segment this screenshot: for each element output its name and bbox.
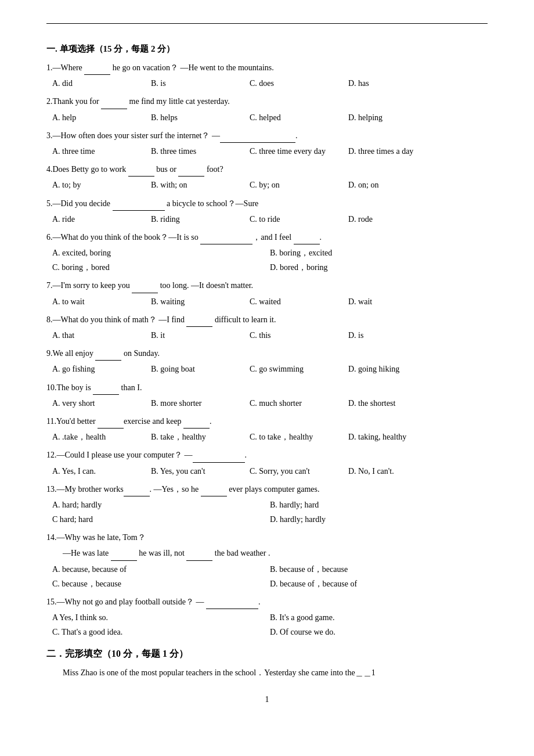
q1-optB: B. is bbox=[151, 76, 232, 91]
q1-options: A. did B. is C. does D. has bbox=[46, 76, 488, 91]
q5-optC: C. to ride bbox=[250, 212, 331, 226]
q3-blank bbox=[220, 134, 295, 143]
q10-optC: C. much shorter bbox=[250, 396, 331, 411]
q2-blank bbox=[101, 100, 127, 109]
q6-blank1 bbox=[200, 235, 252, 244]
q4-text: 4.Does Betty go to work bus or foot? bbox=[46, 162, 488, 177]
q13-optD: D. hardly; hardly bbox=[270, 512, 488, 527]
q7-optC: C. waited bbox=[250, 294, 331, 309]
question-14: 14.—Why was he late, Tom？ —He was late h… bbox=[46, 530, 488, 591]
question-13: 13.—My brother works. —Yes，so he ever pl… bbox=[46, 482, 488, 527]
q5-optD: D. rode bbox=[348, 212, 430, 226]
q8-optA: A. that bbox=[52, 328, 134, 343]
q15-optD: D. Of course we do. bbox=[270, 625, 488, 639]
q7-optB: B. waiting bbox=[151, 294, 232, 309]
question-4: 4.Does Betty go to work bus or foot? A. … bbox=[46, 162, 488, 192]
q4-options: A. to; by B. with; on C. by; on D. on; o… bbox=[46, 178, 488, 192]
q7-text: 7.—I'm sorry to keep you too long. —It d… bbox=[46, 278, 488, 293]
q8-blank bbox=[186, 318, 212, 327]
q4-blank1 bbox=[128, 167, 154, 177]
q13-options: A. hard; hardly B. hardly; hard C hard; … bbox=[46, 498, 488, 527]
q6-text: 6.—What do you think of the book？—It is … bbox=[46, 230, 488, 244]
q7-blank bbox=[132, 284, 158, 293]
q3-optD: D. three times a day bbox=[348, 144, 430, 159]
question-8: 8.—What do you think of math？ —I find di… bbox=[46, 312, 488, 343]
q11-blank2 bbox=[183, 419, 210, 429]
q4-optD: D. on; on bbox=[348, 178, 430, 192]
q4-optC: C. by; on bbox=[250, 178, 331, 192]
q13-optB: B. hardly; hard bbox=[270, 498, 488, 512]
q13-blank2 bbox=[201, 487, 227, 496]
q10-blank bbox=[93, 386, 119, 395]
q4-optB: B. with; on bbox=[151, 178, 232, 192]
question-15: 15.—Why not go and play football outside… bbox=[46, 595, 488, 640]
question-5: 5.—Did you decide a bicycle to school？—S… bbox=[46, 196, 488, 226]
q13-optA: A. hard; hardly bbox=[52, 498, 270, 512]
q9-optA: A. go fishing bbox=[52, 362, 134, 376]
q2-options: A. help B. helps C. helped D. helping bbox=[46, 110, 488, 125]
q6-blank2 bbox=[294, 235, 320, 244]
q11-blank1 bbox=[98, 419, 124, 429]
q5-optB: B. riding bbox=[151, 212, 232, 226]
q2-optC: C. helped bbox=[250, 110, 331, 125]
q3-optA: A. three time bbox=[52, 144, 134, 159]
question-7: 7.—I'm sorry to keep you too long. —It d… bbox=[46, 278, 488, 308]
q14-text: 14.—Why was he late, Tom？ bbox=[46, 530, 488, 545]
q5-optA: A. ride bbox=[52, 212, 134, 226]
q10-text: 10.The boy is than I. bbox=[46, 380, 488, 395]
question-11: 11.You'd better exercise and keep . A. .… bbox=[46, 414, 488, 444]
q14-blank1 bbox=[111, 552, 137, 561]
q1-optC: C. does bbox=[250, 76, 331, 91]
q2-optB: B. helps bbox=[151, 110, 232, 125]
q13-optC: C hard; hard bbox=[52, 512, 270, 527]
q9-blank bbox=[95, 351, 121, 361]
section2-paragraph: Miss Zhao is one of the most popular tea… bbox=[46, 665, 488, 680]
q11-text: 11.You'd better exercise and keep . bbox=[46, 414, 488, 429]
q3-optB: B. three times bbox=[151, 144, 232, 159]
question-12: 12.—Could I please use your computer？ —.… bbox=[46, 448, 488, 478]
q3-text: 3.—How often does your sister surf the i… bbox=[46, 128, 488, 143]
q10-options: A. very short B. more shorter C. much sh… bbox=[46, 396, 488, 411]
q6-optC: C. boring，bored bbox=[52, 260, 270, 275]
q9-text: 9.We all enjoy on Sunday. bbox=[46, 346, 488, 361]
question-3: 3.—How often does your sister surf the i… bbox=[46, 128, 488, 159]
q6-options: A. excited, boring B. boring，excited C. … bbox=[46, 246, 488, 275]
q2-optD: D. helping bbox=[348, 110, 430, 125]
q12-optC: C. Sorry, you can't bbox=[250, 464, 331, 478]
q11-options: A. .take，health B. take，healthy C. to ta… bbox=[46, 430, 488, 444]
q13-blank1 bbox=[124, 487, 150, 496]
q8-optC: C. this bbox=[250, 328, 331, 343]
q14-blank2 bbox=[186, 552, 212, 561]
question-2: 2.Thank you for me find my little cat ye… bbox=[46, 94, 488, 124]
q8-options: A. that B. it C. this D. is bbox=[46, 328, 488, 343]
q9-options: A. go fishing B. going boat C. go swimmi… bbox=[46, 362, 488, 376]
q9-optB: B. going boat bbox=[151, 362, 232, 376]
question-1: 1.—Where he go on vacation？ —He went to … bbox=[46, 60, 488, 91]
q1-optA: A. did bbox=[52, 76, 134, 91]
q15-options: A Yes, I think so. B. It's a good game. … bbox=[46, 610, 488, 639]
q2-optA: A. help bbox=[52, 110, 134, 125]
q9-optC: C. go swimming bbox=[250, 362, 331, 376]
q1-optD: D. has bbox=[348, 76, 430, 91]
q6-optB: B. boring，excited bbox=[270, 246, 488, 260]
q12-optB: B. Yes, you can't bbox=[151, 464, 232, 478]
q10-optB: B. more shorter bbox=[151, 396, 232, 411]
q13-text: 13.—My brother works. —Yes，so he ever pl… bbox=[46, 482, 488, 496]
q4-blank2 bbox=[178, 167, 204, 177]
section2-title: 二．完形填空（10 分，每题 1 分） bbox=[46, 646, 488, 663]
q3-optC: C. three time every day bbox=[250, 144, 331, 159]
q15-text: 15.—Why not go and play football outside… bbox=[46, 595, 488, 609]
q8-optD: D. is bbox=[348, 328, 430, 343]
q5-text: 5.—Did you decide a bicycle to school？—S… bbox=[46, 196, 488, 211]
q10-optA: A. very short bbox=[52, 396, 134, 411]
q14-optB: B. because of，because bbox=[270, 562, 488, 577]
q14-optA: A. because, because of bbox=[52, 562, 270, 577]
q8-optB: B. it bbox=[151, 328, 232, 343]
q12-blank bbox=[193, 453, 245, 463]
q14-subtext: —He was late he was ill, not the bad wea… bbox=[46, 546, 488, 560]
q12-options: A. Yes, I can. B. Yes, you can't C. Sorr… bbox=[46, 464, 488, 478]
q12-optD: D. No, I can't. bbox=[348, 464, 430, 478]
q6-optA: A. excited, boring bbox=[52, 246, 270, 260]
q7-options: A. to wait B. waiting C. waited D. wait bbox=[46, 294, 488, 309]
q1-blank bbox=[84, 66, 110, 75]
